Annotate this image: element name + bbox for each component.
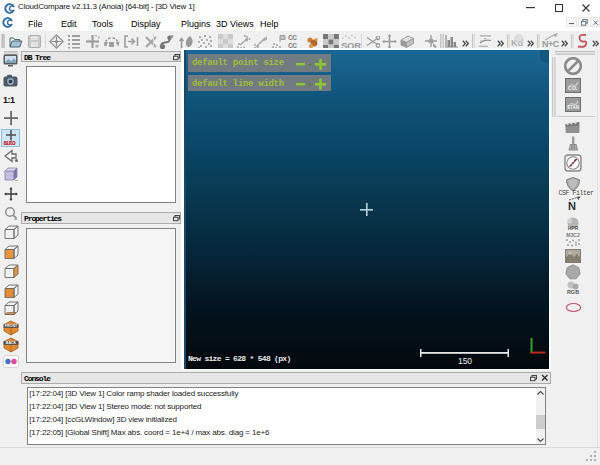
svg-text:HPR: HPR xyxy=(568,224,579,230)
svg-text:BACK: BACK xyxy=(6,341,17,345)
svg-text:M3C2: M3C2 xyxy=(566,232,580,238)
svg-text:RGB: RGB xyxy=(567,289,579,295)
svg-text:FRONT: FRONT xyxy=(5,324,18,328)
